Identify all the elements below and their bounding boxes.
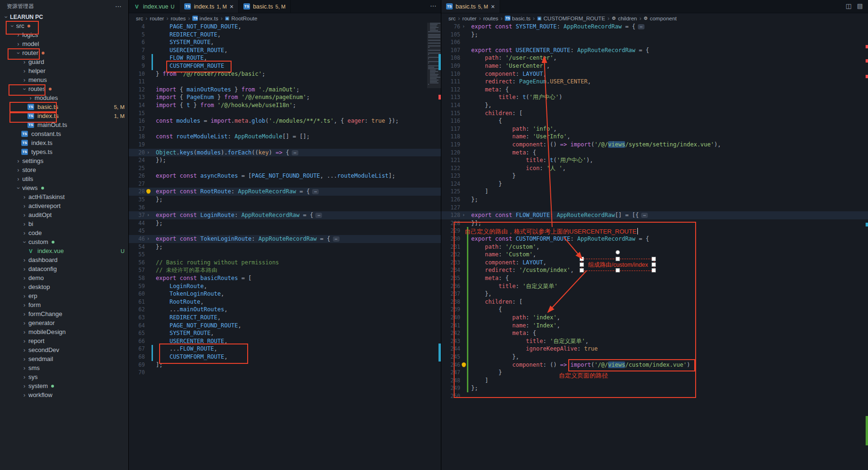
code-line[interactable]: 120 meta: { [441,149,868,157]
tree-item-workflow[interactable]: ›workflow [0,390,128,399]
code-line[interactable]: 63 REDIRECT_ROUTE, [129,314,441,322]
code-line[interactable]: 236 title: '自定义菜单' [441,282,868,290]
breadcrumb-item-children[interactable]: children [618,16,637,21]
code-line[interactable]: 61 RootRoute, [129,298,441,306]
code-line[interactable]: 37›export const LoginRoute: AppRouteReco… [129,211,441,219]
code-line[interactable]: 64 PAGE_NOT_FOUND_ROUTE, [129,322,441,330]
breadcrumb-item-src[interactable]: src [136,16,143,21]
code-line[interactable]: 233 component: LAYOUT, [441,259,868,267]
code-line[interactable]: 59 LoginRoute, [129,282,441,290]
code-line[interactable]: 27 [129,180,441,188]
code-line[interactable]: 24}); [129,156,441,164]
code-line[interactable]: 25 [129,164,441,172]
code-line[interactable]: 238 children: [ [441,298,868,306]
tree-item-system[interactable]: ›system [0,381,128,390]
tree-item-types.ts[interactable]: TStypes.ts [0,147,128,156]
code-line[interactable]: 18const routeModuleList: AppRouteModule[… [129,133,441,141]
code-line[interactable]: 36 [129,204,441,212]
tab-more-actions-icon[interactable]: ⋯ [430,2,437,9]
tree-item-views[interactable]: ›views [0,183,128,192]
code-line[interactable]: 60 TokenLoginRoute, [129,290,441,298]
tree-item-sys[interactable]: ›sys [0,372,128,381]
fold-chevron-icon[interactable]: › [460,211,467,219]
code-line[interactable]: 235 meta: { [441,274,868,282]
fold-chevron-icon[interactable]: › [145,211,152,219]
code-line[interactable]: 9 CUSTOMFORM_ROUTE [129,62,441,70]
code-line[interactable]: 68 CUSTOMFORM_ROUTE, [129,353,441,361]
code-line[interactable]: 70 [129,369,441,377]
tree-item-custom[interactable]: ›custom [0,237,128,246]
code-line[interactable]: 66 USERCENTER_ROUTE, [129,337,441,345]
code-line[interactable]: 45 [129,227,441,235]
tree-item-index.ts[interactable]: TSindex.ts [0,138,128,147]
code-line[interactable]: 116 { [441,117,868,125]
tree-item-mobileDesign[interactable]: ›mobileDesign [0,327,128,336]
code-line[interactable]: 8 FLOW_ROUTE, [129,54,441,62]
breadcrumb-item-CUSTOMFORM_ROUTE[interactable]: CUSTOMFORM_ROUTE [544,16,605,21]
tree-item-dataconfig[interactable]: ›dataconfig [0,264,128,273]
code-line[interactable]: 16const modules = import.meta.glob('./mo… [129,117,441,125]
breadcrumb-item-RootRoute[interactable]: RootRoute [231,16,257,21]
fold-chevron-icon[interactable]: › [145,149,152,157]
code-line[interactable]: 17 [129,125,441,133]
code-line[interactable]: 11 [129,78,441,86]
tree-item-menus[interactable]: ›menus [0,75,128,84]
tab-index.ts[interactable]: TSindex.ts1, M× [179,0,239,13]
explorer-more-actions-icon[interactable]: ⋯ [115,2,122,10]
tab-index.vue[interactable]: Vindex.vueU [129,0,179,13]
tree-item-dashboard[interactable]: ›dashboard [0,255,128,264]
code-line[interactable]: 106 [441,38,868,46]
tree-item-desktop[interactable]: ›desktop [0,282,128,291]
tree-item-form[interactable]: ›form [0,300,128,309]
code-line[interactable]: 244 ignoreKeepAlive: true [441,345,868,353]
code-line[interactable]: 230export const CUSTOMFORM_ROUTE: AppRou… [441,235,868,243]
tree-item-auditOpt[interactable]: ›auditOpt [0,210,128,219]
code-line[interactable]: 4 PAGE_NOT_FOUND_ROUTE, [129,23,441,31]
code-line[interactable]: 242 meta: { [441,329,868,337]
code-line[interactable]: 46›export const TokenLoginRoute: AppRout… [129,235,441,243]
code-line[interactable]: 229 [441,227,868,235]
code-line[interactable]: 122 icon: '人 ', [441,164,868,172]
code-line[interactable]: 107export const USERCENTER_ROUTE: AppRou… [441,46,868,54]
code-line[interactable]: 127 [441,204,868,212]
code-line[interactable]: 28export const RootRoute: AppRouteRecord… [129,188,441,196]
code-line[interactable]: 240 path: 'index', [441,314,868,322]
tree-item-modules[interactable]: ›modules [0,93,128,102]
code-line[interactable]: 76›export const SYSTEM_ROUTE: AppRouteRe… [441,23,868,31]
code-line[interactable]: 115 children: [ [441,109,868,118]
code-line[interactable]: 7 USERCENTER_ROUTE, [129,46,441,54]
tree-item-actHiTaskinst[interactable]: ›actHiTaskinst [0,192,128,201]
tree-item-code[interactable]: ›code [0,228,128,237]
code-line[interactable]: 250 [441,392,868,400]
tree-item-sms[interactable]: ›sms [0,363,128,372]
fold-chevron-icon[interactable]: › [145,235,152,243]
tree-item-report[interactable]: ›report [0,336,128,345]
code-line[interactable]: 26export const asyncRoutes = [PAGE_NOT_F… [129,172,441,180]
tree-item-index.ts[interactable]: TSindex.ts1, M [0,111,128,120]
tree-item-formChange[interactable]: ›formChange [0,309,128,318]
tree-item-model[interactable]: ›model [0,39,128,48]
tree-item-LEARUN-PC[interactable]: ›LEARUN PC [0,12,128,21]
code-line[interactable]: 54}; [129,243,441,251]
code-line[interactable]: 245 }, [441,353,868,361]
code-line[interactable]: 117 path: 'info', [441,125,868,133]
tab-basic.ts[interactable]: TSbasic.ts5, M× [441,0,500,13]
tree-item-src[interactable]: ›src [0,21,128,30]
code-line[interactable]: 55 [129,251,441,259]
code-line[interactable]: 125 ] [441,188,868,196]
code-line[interactable]: 14import { t } from '/@/hooks/web/useI18… [129,101,441,109]
tree-item-activereport[interactable]: ›activereport [0,201,128,210]
code-line[interactable]: 126}; [441,196,868,204]
breadcrumb-item-router[interactable]: router [462,16,476,21]
breadcrumb-item-index.ts[interactable]: index.ts [199,16,218,21]
breadcrumb-item-routes[interactable]: routes [170,16,186,21]
code-line[interactable]: 69]; [129,361,441,369]
minimap[interactable] [427,23,441,212]
code-line[interactable]: 128›export const FLOW_ROUTE: AppRouteRec… [441,211,868,219]
tree-item-index.vue[interactable]: Vindex.vueU [0,246,128,255]
code-line[interactable]: 67 ...FLOW_ROUTE, [129,345,441,353]
code-line[interactable]: 65 SYSTEM_ROUTE, [129,329,441,337]
code-line[interactable]: 121 title: t('用户中心'), [441,156,868,164]
code-line[interactable]: 119 component: () => import('/@/views/sy… [441,141,868,149]
code-line[interactable]: 243 title: '自定义菜单', [441,337,868,345]
